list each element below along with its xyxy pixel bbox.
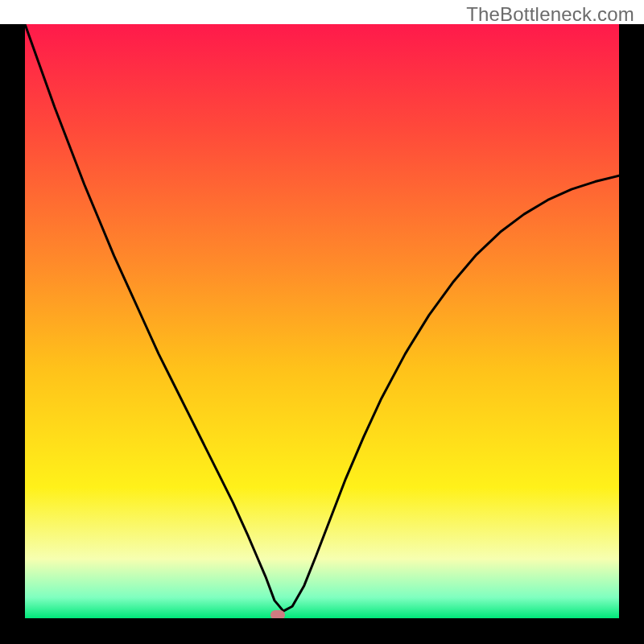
chart-frame (0, 24, 644, 644)
watermark-text: TheBottleneck.com (466, 3, 634, 26)
chart-container: TheBottleneck.com (0, 0, 644, 644)
svg-rect-0 (25, 24, 619, 618)
chart-plot-area (25, 24, 619, 618)
chart-svg (25, 24, 619, 618)
minimum-marker-icon (270, 610, 285, 618)
